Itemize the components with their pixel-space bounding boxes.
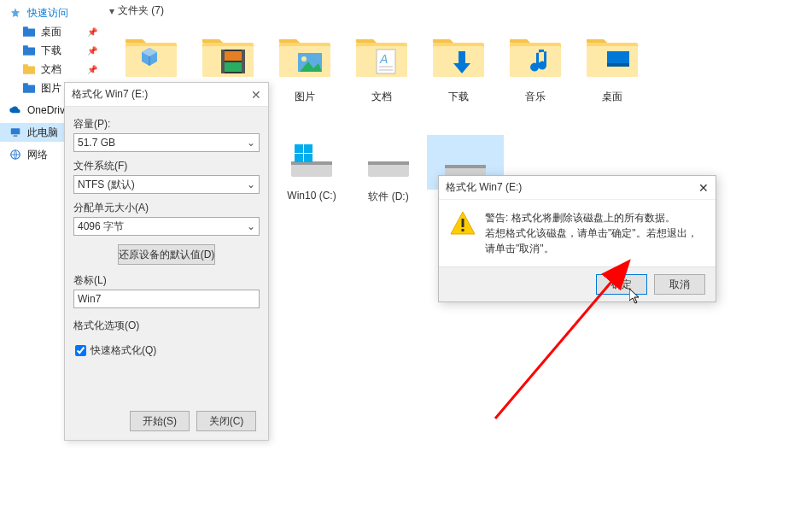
svg-rect-48 (295, 154, 303, 162)
nav-downloads[interactable]: 下载 📌 (0, 41, 102, 60)
quick-format-label: 快速格式化(Q) (91, 343, 156, 358)
section-title: 文件夹 (7) (118, 3, 164, 18)
folder-desktop[interactable]: 桌面 (574, 28, 651, 104)
svg-rect-0 (23, 29, 35, 37)
nav-documents[interactable]: 文档 📌 (0, 60, 102, 79)
dialog-title: 格式化 Win7 (E:) (72, 87, 251, 102)
close-button[interactable]: 关闭(C) (196, 411, 256, 431)
folder-label: 下载 (420, 90, 497, 104)
quick-format-input[interactable] (75, 345, 86, 356)
options-label: 格式化选项(O) (73, 319, 260, 333)
chevron-down-icon: ⌄ (247, 220, 255, 232)
fs-label: 文件系统(F) (73, 159, 260, 173)
svg-rect-20 (242, 50, 245, 73)
svg-rect-46 (295, 144, 303, 153)
folder-documents[interactable]: A 文档 (343, 28, 420, 104)
confirm-line1: 警告: 格式化将删除该磁盘上的所有数据。 (485, 210, 705, 225)
network-icon (9, 148, 22, 161)
folder-downloads[interactable]: 下载 (420, 28, 497, 104)
fs-select[interactable]: NTFS (默认) ⌄ (73, 175, 260, 194)
svg-rect-8 (11, 128, 20, 134)
chevron-down-icon: ⌄ (247, 179, 255, 190)
svg-rect-19 (221, 50, 225, 73)
drive-d[interactable]: 软件 (D:) (350, 135, 427, 204)
drive-label: 软件 (D:) (350, 190, 427, 204)
star-icon (9, 6, 22, 20)
svg-rect-3 (23, 45, 28, 49)
volume-input[interactable]: Win7 (73, 290, 260, 308)
svg-rect-5 (23, 64, 28, 67)
folder-icon (22, 25, 36, 38)
start-button[interactable]: 开始(S) (130, 411, 190, 431)
folder-pictures[interactable]: 图片 (266, 28, 343, 104)
close-icon[interactable]: ✕ (251, 88, 261, 102)
ok-button[interactable]: 确定 (596, 274, 647, 295)
svg-rect-1 (23, 26, 28, 30)
alloc-value: 4096 字节 (78, 220, 124, 234)
restore-defaults-button[interactable]: 还原设备的默认值(D) (118, 244, 216, 265)
svg-rect-7 (23, 83, 28, 86)
nav-this-pc-label: 此电脑 (27, 126, 58, 140)
folder-icon (22, 62, 36, 76)
pin-icon: 📌 (87, 46, 97, 56)
alloc-select[interactable]: 4096 字节 ⌄ (73, 217, 260, 236)
close-icon[interactable]: ✕ (698, 181, 709, 195)
folder-music[interactable]: 音乐 (497, 28, 574, 104)
capacity-label: 容量(P): (73, 117, 260, 132)
nav-item-label: 下载 (41, 44, 61, 58)
onedrive-icon (9, 103, 22, 117)
format-dialog: 格式化 Win7 (E:) ✕ 容量(P): 51.7 GB ⌄ 文件系统(F)… (64, 82, 269, 441)
svg-rect-21 (225, 51, 242, 61)
pin-icon: 📌 (87, 65, 97, 74)
folder-icon (22, 44, 36, 57)
pin-icon: 📌 (87, 27, 97, 37)
nav-item-label: 文档 (41, 62, 61, 77)
cancel-button[interactable]: 取消 (654, 274, 705, 295)
volume-label: 卷标(L) (73, 273, 260, 288)
warning-icon (449, 210, 476, 237)
confirm-message: 警告: 格式化将删除该磁盘上的所有数据。 若想格式化该磁盘，请单击"确定"。若想… (485, 210, 705, 256)
drive-label: Win10 (C:) (273, 190, 350, 202)
svg-rect-9 (14, 136, 18, 137)
svg-rect-53 (445, 165, 486, 168)
alloc-label: 分配单元大小(A) (73, 201, 260, 215)
confirm-line2: 若想格式化该磁盘，请单击"确定"。若想退出，请单击"取消"。 (485, 225, 705, 256)
svg-rect-56 (462, 229, 464, 231)
svg-rect-36 (459, 51, 465, 63)
svg-rect-47 (304, 144, 313, 153)
dialog-titlebar[interactable]: 格式化 Win7 (E:) ✕ (439, 176, 716, 200)
svg-rect-39 (510, 46, 561, 77)
svg-rect-22 (225, 62, 242, 72)
nav-item-label: 图片 (41, 81, 61, 96)
folder-label: 文档 (343, 90, 420, 104)
confirm-dialog: 格式化 Win7 (E:) ✕ 警告: 格式化将删除该磁盘上的所有数据。 若想格… (438, 175, 716, 302)
section-header[interactable]: ▾ 文件夹 (7) (102, 0, 812, 21)
svg-rect-51 (368, 161, 409, 165)
quick-format-checkbox[interactable]: 快速格式化(Q) (75, 343, 258, 358)
dialog-titlebar[interactable]: 格式化 Win7 (E:) ✕ (65, 83, 268, 107)
svg-rect-55 (462, 219, 464, 227)
nav-quick-access[interactable]: 快速访问 (0, 3, 102, 22)
confirm-title: 格式化 Win7 (E:) (446, 180, 698, 195)
svg-rect-43 (607, 63, 629, 67)
nav-network-label: 网络 (27, 148, 48, 162)
folder-icon (22, 81, 36, 95)
folder-label: 音乐 (497, 90, 574, 104)
fs-value: NTFS (默认) (78, 178, 135, 192)
folder-label: 桌面 (574, 90, 651, 104)
nav-desktop[interactable]: 桌面 📌 (0, 22, 102, 41)
volume-value: Win7 (78, 293, 101, 305)
pc-icon (9, 126, 22, 139)
chevron-down-icon: ▾ (109, 5, 114, 17)
capacity-select[interactable]: 51.7 GB ⌄ (73, 133, 260, 152)
svg-point-26 (301, 56, 307, 61)
svg-text:A: A (379, 52, 388, 66)
folder-label: 图片 (266, 90, 343, 104)
chevron-down-icon: ⌄ (247, 137, 255, 149)
svg-rect-2 (23, 48, 35, 56)
capacity-value: 51.7 GB (78, 137, 115, 149)
drive-c[interactable]: Win10 (C:) (273, 135, 350, 204)
nav-item-label: 桌面 (41, 25, 61, 39)
svg-rect-49 (304, 154, 313, 162)
svg-rect-4 (23, 67, 35, 74)
